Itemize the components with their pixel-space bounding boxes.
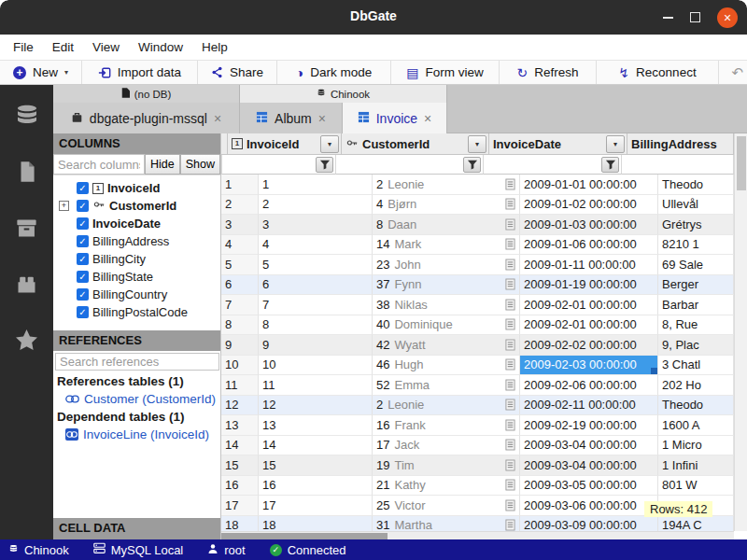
filter-input-invoiceid[interactable] [222,155,316,174]
statusbar-connection[interactable]: MySQL Local [93,542,184,557]
row-number-cell[interactable]: 5 [221,255,259,275]
invoice-id-cell[interactable]: 15 [259,455,373,476]
column-header-billingaddress[interactable]: BillingAddress [627,133,734,155]
row-number-cell[interactable]: 15 [221,455,259,476]
filter-icon[interactable] [601,157,619,173]
customer-id-cell[interactable]: 2 Leonie [373,396,520,416]
filter-icon[interactable] [316,157,333,173]
customer-id-cell[interactable]: 17 Jack [373,436,520,456]
customer-id-cell[interactable]: 25 Victor [373,496,520,516]
customer-id-cell[interactable]: 16 Frank [373,415,520,436]
billing-address-cell[interactable]: Berger [658,275,734,296]
row-number-cell[interactable]: 12 [221,396,259,416]
menu-file[interactable]: File [4,40,43,54]
invoice-date-cell[interactable]: 2009-02-06 00:00:00 [520,375,658,396]
billing-address-cell[interactable]: 9, Plac [658,335,734,356]
checkbox-checked-icon[interactable]: ✓ [77,235,89,247]
invoice-date-cell[interactable]: 2009-02-19 00:00:00 [520,415,658,436]
column-menu-button[interactable]: ▾ [606,135,625,153]
invoice-id-cell[interactable]: 6 [259,275,373,296]
billing-address-cell[interactable]: 8, Rue [658,315,734,336]
customer-id-cell[interactable]: 31 Martha [373,516,520,532]
row-number-cell[interactable]: 8 [221,315,259,336]
checkbox-checked-icon[interactable]: ✓ [77,182,89,194]
invoice-id-cell[interactable]: 9 [259,335,373,356]
customer-id-cell[interactable]: 37 Fynn [373,275,520,296]
row-number-cell[interactable]: 6 [221,275,259,296]
invoice-date-cell[interactable]: 2009-01-19 00:00:00 [520,275,658,296]
column-list-item[interactable]: + ✓ BillingAddress [53,232,220,250]
invoice-id-cell[interactable]: 3 [259,215,373,235]
checkbox-checked-icon[interactable]: ✓ [77,253,89,265]
column-list-item[interactable]: + ✓ 1 InvoiceId [53,179,220,197]
checkbox-checked-icon[interactable]: ✓ [77,217,89,230]
customer-id-cell[interactable]: 14 Mark [373,235,520,256]
plugins-icon[interactable] [13,270,41,298]
invoice-id-cell[interactable]: 4 [259,235,373,256]
invoice-date-cell[interactable]: 2009-01-06 00:00:00 [520,235,658,256]
row-number-cell[interactable]: 3 [221,215,259,235]
billing-address-cell[interactable]: 1 Micro [658,436,734,456]
database-icon[interactable] [13,102,41,130]
billing-address-cell[interactable]: 69 Sale [658,255,734,275]
billing-address-cell[interactable]: 1 Infini [658,455,734,476]
invoice-id-cell[interactable]: 14 [259,436,373,456]
reconnect-button[interactable]: ↯ Reconnect [597,61,719,84]
row-number-cell[interactable]: 7 [221,295,259,315]
billing-address-cell[interactable]: 202 Ho [658,375,734,396]
invoice-id-cell[interactable]: 17 [259,496,373,516]
scrollbar-thumb[interactable] [221,533,388,539]
customer-id-cell[interactable]: 4 Bjørn [373,195,520,216]
column-list-item[interactable]: + ✓ CustomerId [53,197,220,215]
close-tab-icon[interactable]: × [318,111,326,126]
checkbox-checked-icon[interactable]: ✓ [77,200,89,212]
statusbar-user[interactable]: root [207,543,245,557]
column-header-invoiceid[interactable]: 1 InvoiceId ▾ [228,133,342,155]
column-header-invoicedate[interactable]: InvoiceDate ▾ [489,133,627,155]
checkbox-checked-icon[interactable]: ✓ [77,288,89,301]
invoice-id-cell[interactable]: 10 [259,356,373,376]
invoice-date-cell[interactable]: 2009-01-11 00:00:00 [520,255,658,275]
row-number-cell[interactable]: 16 [221,476,259,497]
billing-address-cell[interactable]: Theodo [658,396,734,416]
customer-id-cell[interactable]: 38 Niklas [373,295,520,315]
customer-id-cell[interactable]: 2 Leonie [373,175,520,195]
share-button[interactable]: Share [198,61,277,84]
invoice-id-cell[interactable]: 8 [259,315,373,336]
invoice-id-cell[interactable]: 7 [259,295,373,315]
column-list-item[interactable]: + ✓ BillingCity [53,250,220,268]
dark-mode-button[interactable]: ◑ Dark mode [277,61,391,84]
reference-link[interactable]: InvoiceLine (InvoiceId) [53,426,220,443]
archive-icon[interactable] [13,214,41,242]
search-columns-input[interactable] [53,154,145,175]
invoice-date-cell[interactable]: 2009-03-09 00:00:00 [520,516,658,532]
favorites-star-icon[interactable] [13,326,41,354]
customer-id-cell[interactable]: 23 John [373,255,520,275]
invoice-date-cell[interactable]: 2009-01-01 00:00:00 [520,175,658,195]
billing-address-cell[interactable]: 1600 A [658,415,734,436]
row-number-cell[interactable]: 13 [221,415,259,436]
invoice-date-cell[interactable]: 2009-02-11 00:00:00 [520,396,658,416]
menu-view[interactable]: View [83,40,129,54]
statusbar-database[interactable]: Chinook [8,543,69,557]
row-number-cell[interactable]: 10 [221,356,259,376]
row-number-cell[interactable]: 9 [221,335,259,356]
filter-input-billingaddress[interactable] [622,155,733,174]
invoice-date-cell[interactable]: 2009-03-04 00:00:00 [520,455,658,476]
new-button[interactable]: + New ▾ [0,61,82,84]
invoice-id-cell[interactable]: 13 [259,415,373,436]
close-tab-icon[interactable]: × [214,111,221,126]
customer-id-cell[interactable]: 46 Hugh [373,356,520,376]
row-number-cell[interactable]: 14 [221,436,259,456]
filter-input-customerid[interactable] [336,155,463,174]
billing-address-cell[interactable]: 8210 1 [658,235,734,256]
customer-id-cell[interactable]: 8 Daan [373,215,520,235]
filter-icon[interactable] [463,157,481,173]
checkbox-checked-icon[interactable]: ✓ [77,306,89,318]
checkbox-checked-icon[interactable]: ✓ [77,271,89,283]
invoice-date-cell[interactable]: 2009-03-06 00:00:00 [520,496,658,516]
row-number-cell[interactable]: 17 [221,496,259,516]
column-menu-button[interactable]: ▾ [320,135,339,153]
customer-id-cell[interactable]: 19 Tim [373,455,520,476]
invoice-date-cell[interactable]: 2009-02-03 00:00:00 [520,356,658,376]
